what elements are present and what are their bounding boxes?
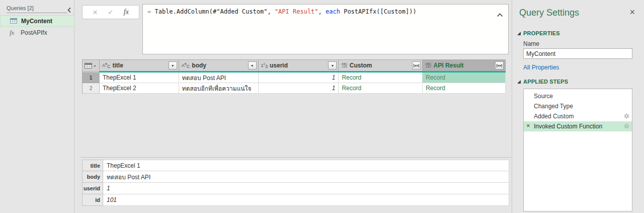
step-label: Invoked Custom Function <box>534 123 602 130</box>
query-list: MyContent fx PostAPIfx <box>0 15 74 38</box>
record-field-label: title <box>82 160 103 171</box>
text-type-icon: ABC <box>182 63 190 68</box>
properties-section-header[interactable]: PROPERTIES <box>517 30 560 36</box>
data-grid: ▾ ABC title ▼ ABC body ▼ 123 userid ▼ AB… <box>82 59 506 94</box>
cell-body[interactable]: ทดสอบ Post API <box>179 73 259 83</box>
formula-mid: , <box>318 8 326 15</box>
query-item-postapifx[interactable]: fx PostAPIfx <box>0 27 74 38</box>
column-header-title[interactable]: ABC title ▼ <box>100 60 179 71</box>
cell-userid[interactable]: 1 <box>259 83 339 94</box>
formula-pre: Table.AddColumn(#"Added Custom", <box>154 8 274 15</box>
query-item-mycontent[interactable]: MyContent <box>0 15 74 27</box>
formula-post: PostAPIfx([Custom])) <box>340 8 417 15</box>
query-settings-title: Query Settings <box>519 8 579 18</box>
column-name: title <box>113 62 123 69</box>
column-name: body <box>192 62 206 69</box>
record-field-row: body ทดสอบ Post API <box>82 171 509 183</box>
table-row: 1 ThepExcel 1 ทดสอบ Post API 1 Record Re… <box>83 73 506 83</box>
function-query-icon: fx <box>10 29 21 37</box>
cancel-formula-icon[interactable]: × <box>93 8 98 17</box>
query-settings-pane: Query Settings × PROPERTIES Name All Pro… <box>512 0 644 213</box>
step-added-custom[interactable]: Added Custom <box>524 111 632 121</box>
record-field-label: body <box>82 171 103 183</box>
all-properties-link[interactable]: All Properties <box>523 64 559 71</box>
query-item-label: PostAPIfx <box>21 29 47 36</box>
cell-title[interactable]: ThepExcel 1 <box>100 73 179 83</box>
step-source[interactable]: Source <box>524 91 632 101</box>
delete-step-icon[interactable]: × <box>526 122 530 129</box>
collapse-formula-bar-icon[interactable] <box>497 10 503 14</box>
expand-arrows-icon <box>497 63 502 68</box>
corner-caret-icon: ▾ <box>94 64 96 67</box>
formula-text: = Table.AddColumn(#"Added Custom", "API … <box>143 5 508 15</box>
record-preview-pane: title ThepExcel 1 body ทดสอบ Post API us… <box>82 160 509 206</box>
record-field-row: id 101 <box>82 194 509 206</box>
record-field-row: userid 1 <box>82 183 509 194</box>
preview-pane-divider[interactable] <box>80 157 511 158</box>
any-type-icon: ABC123 <box>425 63 431 68</box>
query-item-label: MyContent <box>21 18 52 25</box>
record-field-value: 101 <box>103 194 509 206</box>
filter-dropdown-button[interactable]: ▼ <box>248 61 257 69</box>
applied-steps-section-header[interactable]: APPLIED STEPS <box>517 79 568 85</box>
column-header-api-result[interactable]: ABC123 API Result <box>423 60 506 71</box>
column-name: Custom <box>350 62 372 69</box>
record-field-value: ThepExcel 1 <box>103 160 509 171</box>
queries-pane: Queries [2] MyContent fx PostAPIfx <box>0 0 74 213</box>
step-invoked-custom-function[interactable]: × Invoked Custom Function <box>524 121 632 131</box>
table-row: 2 ThepExcel 2 ทดสอบอีกทีเพื่อความแน่ใจ 1… <box>83 83 506 94</box>
collapse-triangle-icon <box>517 32 521 35</box>
cell-api-result-record-link[interactable]: Record <box>423 83 506 94</box>
any-type-icon: ABC123 <box>341 63 347 68</box>
record-field-row: title ThepExcel 1 <box>82 160 509 171</box>
formula-keyword: each <box>326 8 340 15</box>
cell-userid[interactable]: 1 <box>259 73 339 83</box>
name-field-label: Name <box>523 40 539 47</box>
select-all-corner-button[interactable]: ▾ <box>83 60 100 71</box>
cell-body[interactable]: ทดสอบอีกทีเพื่อความแน่ใจ <box>179 83 259 94</box>
cell-api-result-record-link[interactable]: Record <box>423 73 506 83</box>
expand-arrows-icon <box>414 63 419 68</box>
record-field-label: id <box>82 194 103 206</box>
commit-formula-icon[interactable]: ✓ <box>108 9 114 16</box>
column-name: userid <box>270 62 288 69</box>
record-field-label: userid <box>82 182 103 194</box>
collapse-queries-pane-icon[interactable] <box>67 6 72 12</box>
record-field-value: ทดสอบ Post API <box>103 171 509 183</box>
close-icon[interactable]: × <box>629 8 635 17</box>
table-query-icon <box>10 18 21 24</box>
expand-column-button[interactable] <box>495 61 504 69</box>
formula-string-literal: "API Result" <box>275 8 318 15</box>
formula-input[interactable]: = Table.AddColumn(#"Added Custom", "API … <box>142 4 509 54</box>
step-label: Changed Type <box>534 103 573 110</box>
text-type-icon: ABC <box>102 63 111 68</box>
filter-dropdown-button[interactable]: ▼ <box>169 61 177 69</box>
cell-title[interactable]: ThepExcel 2 <box>100 83 179 94</box>
number-type-icon: 123 <box>261 63 268 68</box>
applied-steps-list: Source Changed Type Added Custom × Invok… <box>523 89 632 211</box>
column-name: API Result <box>434 62 464 69</box>
query-name-input[interactable] <box>523 48 632 59</box>
step-settings-gear-icon[interactable] <box>624 123 629 130</box>
column-header-body[interactable]: ABC body ▼ <box>179 60 259 71</box>
step-settings-gear-icon[interactable] <box>624 113 629 120</box>
step-changed-type[interactable]: Changed Type <box>524 101 632 111</box>
column-header-custom[interactable]: ABC123 Custom <box>339 60 423 71</box>
collapse-triangle-icon <box>517 80 521 84</box>
step-label: Source <box>534 93 553 100</box>
fx-add-step-button[interactable]: fx <box>124 8 129 16</box>
column-header-userid[interactable]: 123 userid ▼ <box>259 60 339 71</box>
grid-header-row: ▾ ABC title ▼ ABC body ▼ 123 userid ▼ AB… <box>83 60 506 71</box>
cell-custom-record-link[interactable]: Record <box>339 73 423 83</box>
cell-custom-record-link[interactable]: Record <box>339 83 423 94</box>
row-number[interactable]: 1 <box>83 73 100 83</box>
table-corner-icon <box>85 63 92 68</box>
filter-dropdown-button[interactable]: ▼ <box>328 61 337 69</box>
formula-toolbar: × ✓ fx <box>82 5 139 19</box>
expand-column-button[interactable] <box>412 61 421 69</box>
row-number[interactable]: 2 <box>83 83 100 94</box>
step-label: Added Custom <box>534 113 574 120</box>
formula-equals: = <box>147 8 154 15</box>
queries-pane-header: Queries [2] <box>7 5 67 13</box>
record-field-value: 1 <box>103 182 509 194</box>
